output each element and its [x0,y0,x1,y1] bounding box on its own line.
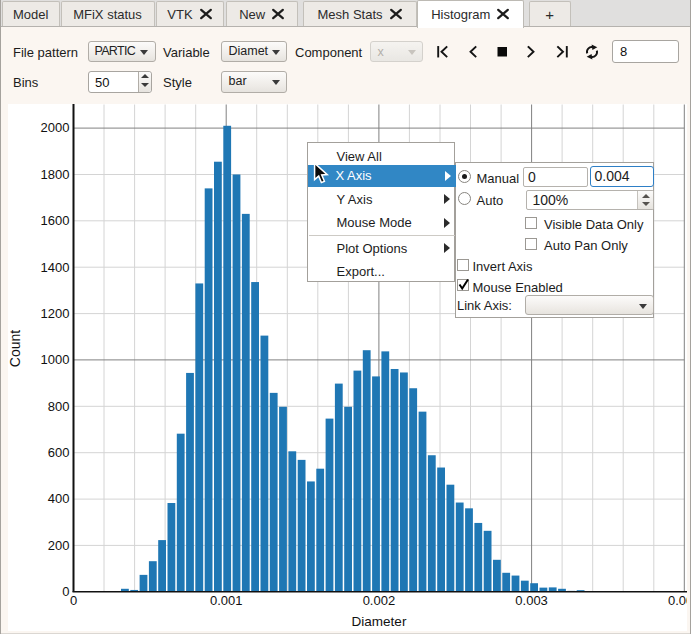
svg-text:0.003: 0.003 [515,593,548,608]
svg-text:0: 0 [62,584,69,599]
svg-text:1800: 1800 [41,166,70,181]
svg-text:Count: Count [8,329,23,366]
svg-text:0: 0 [70,593,77,608]
svg-text:2000: 2000 [41,120,70,135]
svg-text:0.002: 0.002 [363,593,396,608]
svg-text:600: 600 [48,445,70,460]
svg-text:1200: 1200 [41,305,70,320]
svg-text:800: 800 [48,398,70,413]
svg-text:0.001: 0.001 [210,593,243,608]
svg-text:0.004: 0.004 [668,593,687,608]
svg-text:1400: 1400 [41,259,70,274]
svg-text:1600: 1600 [41,213,70,228]
svg-text:400: 400 [48,491,70,506]
svg-text:1000: 1000 [41,352,70,367]
svg-text:200: 200 [48,537,70,552]
svg-text:Diameter: Diameter [352,614,407,629]
